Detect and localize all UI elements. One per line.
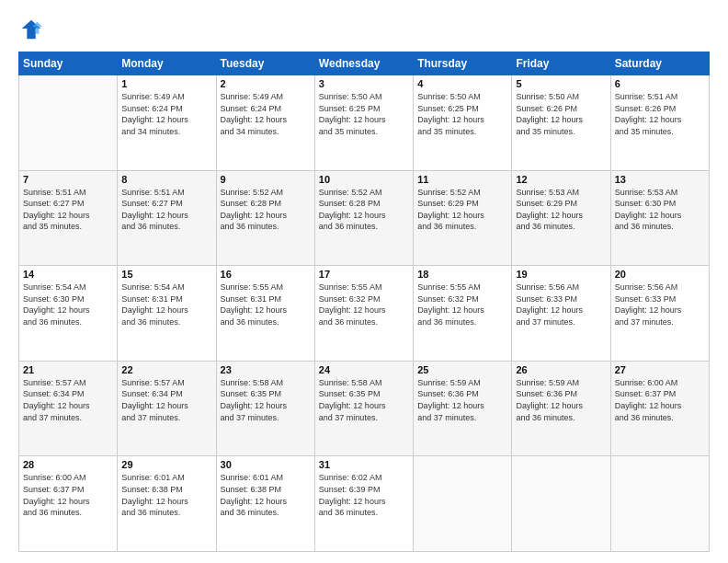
day-info: Sunrise: 5:52 AM Sunset: 6:29 PM Dayligh… bbox=[417, 187, 507, 233]
day-number: 25 bbox=[417, 364, 507, 375]
calendar-cell: 17Sunrise: 5:55 AM Sunset: 6:32 PM Dayli… bbox=[314, 266, 413, 362]
day-info: Sunrise: 6:01 AM Sunset: 6:38 PM Dayligh… bbox=[221, 472, 311, 518]
calendar-header-saturday: Saturday bbox=[610, 52, 709, 75]
calendar-cell: 9Sunrise: 5:52 AM Sunset: 6:28 PM Daylig… bbox=[216, 170, 314, 266]
day-number: 24 bbox=[319, 364, 409, 375]
day-info: Sunrise: 5:58 AM Sunset: 6:35 PM Dayligh… bbox=[319, 377, 409, 423]
calendar-cell: 23Sunrise: 5:58 AM Sunset: 6:35 PM Dayli… bbox=[216, 361, 314, 456]
day-info: Sunrise: 5:55 AM Sunset: 6:32 PM Dayligh… bbox=[417, 282, 507, 327]
day-number: 16 bbox=[221, 269, 311, 280]
day-info: Sunrise: 5:51 AM Sunset: 6:27 PM Dayligh… bbox=[23, 187, 113, 233]
day-info: Sunrise: 5:55 AM Sunset: 6:31 PM Dayligh… bbox=[221, 282, 311, 327]
calendar-cell bbox=[19, 75, 118, 171]
calendar-header-wednesday: Wednesday bbox=[314, 52, 413, 75]
calendar-cell: 2Sunrise: 5:49 AM Sunset: 6:24 PM Daylig… bbox=[216, 75, 314, 171]
day-number: 18 bbox=[417, 269, 507, 280]
day-number: 10 bbox=[319, 174, 409, 185]
day-number: 12 bbox=[516, 174, 606, 185]
day-info: Sunrise: 5:56 AM Sunset: 6:33 PM Dayligh… bbox=[615, 282, 705, 327]
day-number: 19 bbox=[516, 269, 606, 280]
calendar-cell: 31Sunrise: 6:02 AM Sunset: 6:39 PM Dayli… bbox=[314, 456, 413, 552]
day-info: Sunrise: 5:54 AM Sunset: 6:31 PM Dayligh… bbox=[121, 282, 211, 327]
day-number: 5 bbox=[516, 78, 606, 89]
day-info: Sunrise: 5:55 AM Sunset: 6:32 PM Dayligh… bbox=[319, 282, 409, 327]
day-number: 8 bbox=[121, 174, 211, 185]
calendar-cell: 19Sunrise: 5:56 AM Sunset: 6:33 PM Dayli… bbox=[512, 266, 610, 362]
calendar-header-row: SundayMondayTuesdayWednesdayThursdayFrid… bbox=[19, 52, 710, 75]
calendar-cell: 24Sunrise: 5:58 AM Sunset: 6:35 PM Dayli… bbox=[314, 361, 413, 456]
day-number: 28 bbox=[23, 459, 113, 470]
calendar-week-row: 7Sunrise: 5:51 AM Sunset: 6:27 PM Daylig… bbox=[19, 170, 710, 266]
day-info: Sunrise: 6:02 AM Sunset: 6:39 PM Dayligh… bbox=[319, 472, 409, 518]
page: SundayMondayTuesdayWednesdayThursdayFrid… bbox=[0, 0, 728, 563]
day-number: 17 bbox=[319, 269, 409, 280]
day-info: Sunrise: 5:58 AM Sunset: 6:35 PM Dayligh… bbox=[221, 377, 311, 423]
day-info: Sunrise: 5:54 AM Sunset: 6:30 PM Dayligh… bbox=[23, 282, 113, 327]
day-number: 15 bbox=[121, 269, 211, 280]
day-number: 2 bbox=[221, 78, 311, 89]
day-number: 14 bbox=[23, 269, 113, 280]
day-info: Sunrise: 6:00 AM Sunset: 6:37 PM Dayligh… bbox=[23, 472, 113, 518]
calendar-cell: 22Sunrise: 5:57 AM Sunset: 6:34 PM Dayli… bbox=[118, 361, 216, 456]
day-info: Sunrise: 6:00 AM Sunset: 6:37 PM Dayligh… bbox=[615, 377, 705, 423]
calendar-header-sunday: Sunday bbox=[19, 52, 118, 75]
day-number: 31 bbox=[319, 459, 409, 470]
day-number: 6 bbox=[615, 78, 705, 89]
day-info: Sunrise: 5:59 AM Sunset: 6:36 PM Dayligh… bbox=[417, 377, 507, 423]
day-info: Sunrise: 5:50 AM Sunset: 6:25 PM Dayligh… bbox=[319, 91, 409, 137]
day-info: Sunrise: 5:59 AM Sunset: 6:36 PM Dayligh… bbox=[516, 377, 606, 423]
day-number: 9 bbox=[221, 174, 311, 185]
calendar-header-friday: Friday bbox=[512, 52, 610, 75]
day-number: 13 bbox=[615, 174, 705, 185]
day-number: 23 bbox=[221, 364, 311, 375]
day-number: 27 bbox=[615, 364, 705, 375]
day-info: Sunrise: 5:53 AM Sunset: 6:30 PM Dayligh… bbox=[615, 187, 705, 233]
calendar-cell bbox=[512, 456, 610, 552]
day-number: 20 bbox=[615, 269, 705, 280]
calendar-header-thursday: Thursday bbox=[414, 52, 512, 75]
day-number: 7 bbox=[23, 174, 113, 185]
calendar-cell: 3Sunrise: 5:50 AM Sunset: 6:25 PM Daylig… bbox=[314, 75, 413, 171]
day-info: Sunrise: 5:51 AM Sunset: 6:27 PM Dayligh… bbox=[121, 187, 211, 233]
calendar-cell: 1Sunrise: 5:49 AM Sunset: 6:24 PM Daylig… bbox=[118, 75, 216, 171]
calendar-cell: 29Sunrise: 6:01 AM Sunset: 6:38 PM Dayli… bbox=[118, 456, 216, 552]
day-number: 30 bbox=[221, 459, 311, 470]
calendar-table: SundayMondayTuesdayWednesdayThursdayFrid… bbox=[18, 52, 710, 552]
day-info: Sunrise: 5:52 AM Sunset: 6:28 PM Dayligh… bbox=[319, 187, 409, 233]
calendar-cell: 4Sunrise: 5:50 AM Sunset: 6:25 PM Daylig… bbox=[414, 75, 512, 171]
day-info: Sunrise: 5:51 AM Sunset: 6:26 PM Dayligh… bbox=[615, 91, 705, 137]
calendar-cell: 28Sunrise: 6:00 AM Sunset: 6:37 PM Dayli… bbox=[19, 456, 118, 552]
day-info: Sunrise: 5:57 AM Sunset: 6:34 PM Dayligh… bbox=[121, 377, 211, 423]
calendar-cell: 26Sunrise: 5:59 AM Sunset: 6:36 PM Dayli… bbox=[512, 361, 610, 456]
day-number: 3 bbox=[319, 78, 409, 89]
calendar-cell: 25Sunrise: 5:59 AM Sunset: 6:36 PM Dayli… bbox=[414, 361, 512, 456]
day-number: 26 bbox=[516, 364, 606, 375]
calendar-cell bbox=[610, 456, 709, 552]
calendar-cell: 27Sunrise: 6:00 AM Sunset: 6:37 PM Dayli… bbox=[610, 361, 709, 456]
day-number: 11 bbox=[417, 174, 507, 185]
calendar-week-row: 14Sunrise: 5:54 AM Sunset: 6:30 PM Dayli… bbox=[19, 266, 710, 362]
calendar-cell: 30Sunrise: 6:01 AM Sunset: 6:38 PM Dayli… bbox=[216, 456, 314, 552]
day-number: 22 bbox=[121, 364, 211, 375]
calendar-cell: 21Sunrise: 5:57 AM Sunset: 6:34 PM Dayli… bbox=[19, 361, 118, 456]
calendar-cell bbox=[414, 456, 512, 552]
calendar-header-tuesday: Tuesday bbox=[216, 52, 314, 75]
calendar-cell: 14Sunrise: 5:54 AM Sunset: 6:30 PM Dayli… bbox=[19, 266, 118, 362]
calendar-cell: 16Sunrise: 5:55 AM Sunset: 6:31 PM Dayli… bbox=[216, 266, 314, 362]
day-info: Sunrise: 5:56 AM Sunset: 6:33 PM Dayligh… bbox=[516, 282, 606, 327]
calendar-week-row: 28Sunrise: 6:00 AM Sunset: 6:37 PM Dayli… bbox=[19, 456, 710, 552]
calendar-cell: 12Sunrise: 5:53 AM Sunset: 6:29 PM Dayli… bbox=[512, 170, 610, 266]
calendar-week-row: 21Sunrise: 5:57 AM Sunset: 6:34 PM Dayli… bbox=[19, 361, 710, 456]
calendar-week-row: 1Sunrise: 5:49 AM Sunset: 6:24 PM Daylig… bbox=[19, 75, 710, 171]
calendar-cell: 11Sunrise: 5:52 AM Sunset: 6:29 PM Dayli… bbox=[414, 170, 512, 266]
day-info: Sunrise: 5:52 AM Sunset: 6:28 PM Dayligh… bbox=[221, 187, 311, 233]
calendar-cell: 18Sunrise: 5:55 AM Sunset: 6:32 PM Dayli… bbox=[414, 266, 512, 362]
day-info: Sunrise: 5:49 AM Sunset: 6:24 PM Dayligh… bbox=[221, 91, 311, 137]
calendar-cell: 15Sunrise: 5:54 AM Sunset: 6:31 PM Dayli… bbox=[118, 266, 216, 362]
day-info: Sunrise: 5:49 AM Sunset: 6:24 PM Dayligh… bbox=[121, 91, 211, 137]
calendar-header-monday: Monday bbox=[118, 52, 216, 75]
day-number: 21 bbox=[23, 364, 113, 375]
calendar-cell: 20Sunrise: 5:56 AM Sunset: 6:33 PM Dayli… bbox=[610, 266, 709, 362]
calendar-cell: 13Sunrise: 5:53 AM Sunset: 6:30 PM Dayli… bbox=[610, 170, 709, 266]
calendar-cell: 6Sunrise: 5:51 AM Sunset: 6:26 PM Daylig… bbox=[610, 75, 709, 171]
